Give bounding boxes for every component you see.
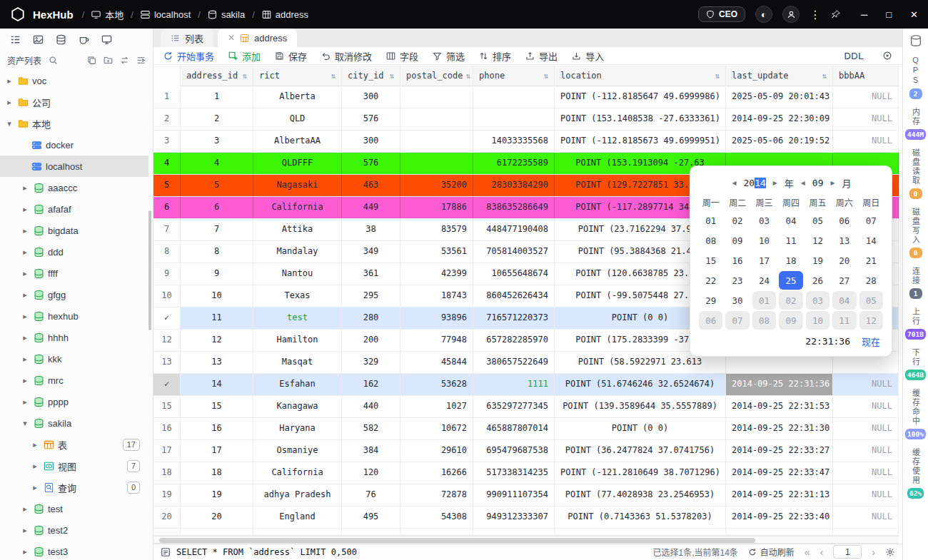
cell-phone[interactable]: 635297277345 (473, 396, 555, 417)
cell-district[interactable]: Hamilton (253, 330, 342, 351)
sort-button[interactable]: 排序 (479, 49, 511, 63)
cell-postal_code[interactable]: 10672 (400, 418, 473, 439)
row-select-cell[interactable]: ✓ (153, 374, 181, 395)
calendar-day[interactable]: 04 (779, 211, 802, 230)
cell-last_update[interactable]: 2014-09-25 22:33:40 (726, 506, 833, 528)
tree-item[interactable]: ▸mrc (0, 370, 148, 391)
tree-item[interactable]: ▸hexhub (0, 305, 148, 327)
next-page-button[interactable]: › (872, 546, 875, 558)
calendar-day[interactable]: 08 (752, 311, 776, 330)
transfer-icon[interactable] (120, 56, 129, 65)
calendar-day[interactable]: 01 (699, 211, 722, 230)
calendar-day[interactable]: 15 (699, 251, 722, 270)
cell-phone[interactable]: 28303384290 (473, 175, 555, 196)
calendar-day[interactable]: 11 (832, 311, 856, 330)
calendar-day[interactable]: 05 (806, 211, 829, 230)
calendar-day[interactable]: 02 (779, 291, 802, 310)
add-row-button[interactable]: 添加 (228, 49, 261, 63)
column-header-city_id[interactable]: city_id⇅ (342, 65, 400, 86)
chevron-right-icon[interactable]: ▸ (30, 483, 40, 492)
begin-transaction-button[interactable]: 开始事务 (163, 49, 214, 63)
cell-location[interactable]: POINT (0 0) (555, 418, 726, 439)
tree-item[interactable]: ▸kkk (0, 348, 148, 370)
chevron-right-icon[interactable]: ▸ (20, 312, 30, 321)
column-header-district[interactable]: rict⇅ (253, 65, 342, 86)
column-header-bbbAA[interactable]: bbbAA (833, 65, 899, 86)
cell-address_id[interactable]: 7 (181, 219, 253, 240)
pin-button[interactable] (831, 9, 841, 19)
minimize-button[interactable]: ─ (861, 9, 867, 20)
cell-location[interactable]: POINT (139.3589644 35.5557889) (555, 396, 726, 417)
table-structure-icon[interactable] (882, 51, 892, 61)
table-row[interactable]: 1818California12016266517338314235POINT … (153, 462, 899, 484)
row-select-cell[interactable]: 15 (153, 396, 181, 417)
chevron-right-icon[interactable]: ▸ (20, 205, 30, 214)
cell-last_update[interactable]: 2025-05-09 20:01:43 (726, 86, 833, 108)
tree-item[interactable]: ▸aaaccc (0, 177, 148, 198)
cell-address_id[interactable]: 4 (181, 153, 253, 174)
cell-phone[interactable]: 6172235589 (473, 153, 555, 174)
calendar-day[interactable]: 04 (832, 291, 856, 310)
chevron-right-icon[interactable]: ▸ (20, 226, 30, 235)
cell-bbbAA[interactable]: NULL (833, 86, 899, 108)
cell-address_id[interactable]: 17 (181, 440, 253, 462)
close-tab-icon[interactable]: ✕ (228, 33, 235, 43)
collapse-icon[interactable] (136, 56, 146, 65)
calendar-day[interactable]: 07 (725, 311, 749, 330)
calendar-day[interactable]: 14 (859, 231, 883, 250)
calendar-day[interactable]: 27 (832, 271, 856, 290)
cell-district[interactable]: California (253, 462, 342, 484)
cell-city_id[interactable]: 495 (342, 506, 400, 528)
cell-district[interactable]: QLDFFF (253, 153, 342, 174)
calendar-day[interactable]: 18 (779, 251, 802, 270)
save-button[interactable]: 保存 (275, 49, 307, 63)
cell-postal_code[interactable] (400, 131, 473, 152)
cell-city_id[interactable]: 329 (342, 352, 400, 373)
page-input[interactable] (833, 545, 862, 559)
chevron-right-icon[interactable]: ▸ (20, 355, 30, 364)
chevron-right-icon[interactable]: ▸ (20, 526, 30, 535)
chevron-right-icon[interactable]: ▸ (20, 376, 30, 385)
breadcrumb-item[interactable]: sakila (208, 9, 245, 20)
cell-bbbAA[interactable]: NULL (833, 462, 899, 484)
chevron-right-icon[interactable]: ▸ (4, 76, 14, 86)
tree-item[interactable]: ▸视图7 (0, 455, 148, 477)
calendar-day[interactable]: 08 (699, 231, 722, 250)
tree-item[interactable]: ▸voc (0, 70, 148, 91)
row-select-cell[interactable]: 7 (153, 219, 181, 240)
calendar-day[interactable]: 21 (859, 251, 883, 270)
sort-icon[interactable]: ⇅ (715, 66, 720, 86)
duplicate-icon[interactable] (87, 56, 96, 65)
row-select-cell[interactable]: 1 (153, 86, 181, 108)
table-row[interactable]: 1717Osmaniye38429610695479687538POINT (3… (153, 440, 899, 462)
cell-address_id[interactable]: 9 (181, 263, 253, 285)
cell-district[interactable]: Kanagawa (253, 396, 342, 417)
cell-address_id[interactable]: 5 (181, 175, 253, 196)
cell-address_id[interactable]: 10 (181, 285, 253, 307)
cell-postal_code[interactable]: 53561 (400, 241, 473, 263)
role-badge[interactable]: CEO (698, 6, 745, 22)
filter-button[interactable]: 筛选 (433, 49, 465, 63)
row-select-cell[interactable]: 17 (153, 440, 181, 462)
calendar-day[interactable]: 17 (752, 251, 776, 270)
cell-postal_code[interactable]: 93896 (400, 307, 473, 329)
sb-list-icon[interactable] (10, 34, 21, 45)
breadcrumb-item[interactable]: address (262, 9, 308, 20)
table-row[interactable]: 1515Kanagawa4401027635297277345POINT (13… (153, 396, 899, 418)
table-row[interactable]: 11Alberta300POINT (-112.8185647 49.69999… (153, 86, 899, 108)
cell-location[interactable]: POINT (51.6746246 32.6524674) (555, 374, 726, 395)
folder-plus-icon[interactable] (104, 56, 113, 65)
chevron-right-icon[interactable]: ▸ (20, 290, 30, 300)
cell-bbbAA[interactable]: NULL (833, 418, 899, 439)
sort-icon[interactable]: ⇅ (389, 66, 394, 86)
cell-district[interactable]: QLD (253, 108, 342, 130)
sort-icon[interactable]: ⇅ (822, 66, 827, 86)
first-page-button[interactable]: « (805, 546, 810, 558)
cell-district[interactable]: Mandalay (253, 241, 342, 263)
cell-postal_code[interactable]: 45844 (400, 352, 473, 373)
time-value[interactable]: 22:31:36 (805, 336, 850, 347)
cell-phone[interactable]: 465887807014 (473, 418, 555, 439)
ddl-button[interactable]: DDL (844, 51, 864, 61)
tree-item[interactable]: ▾本地 (0, 113, 148, 134)
chevron-right-icon[interactable]: ▸ (20, 269, 30, 278)
